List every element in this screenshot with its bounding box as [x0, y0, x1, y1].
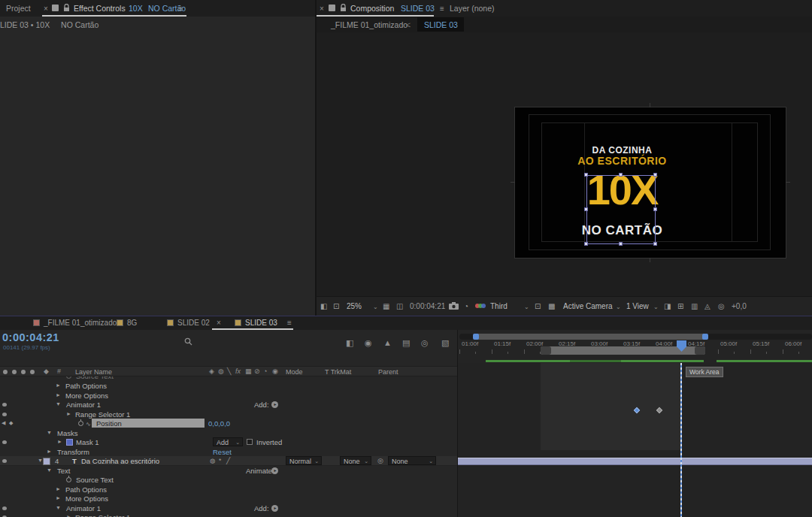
current-time-field[interactable]: 0:00:04:21	[2, 331, 59, 343]
selected-property-bar[interactable]: Position	[92, 419, 205, 428]
twirl-icon[interactable]: ►	[56, 382, 61, 388]
chevron-down-icon[interactable]: ⌄	[524, 304, 529, 310]
selection-handle[interactable]	[653, 207, 657, 211]
stopwatch-icon[interactable]	[78, 421, 83, 426]
position-value[interactable]: 0,0,0,0	[208, 419, 230, 428]
property-label[interactable]: Text	[57, 467, 70, 475]
reset-exposure-icon[interactable]: ◎	[718, 302, 725, 310]
search-icon[interactable]	[184, 337, 192, 346]
lock-icon[interactable]	[340, 4, 347, 12]
close-icon[interactable]: ×	[320, 5, 324, 13]
panel-menu-icon[interactable]: ≡	[287, 319, 292, 327]
timeline-row-text[interactable]: ▼TextAnimate:	[0, 466, 457, 476]
parent-pickwhip-icon[interactable]: ◎	[377, 457, 383, 464]
tab-composition[interactable]: Composition	[350, 4, 394, 13]
mask-mode-dropdown[interactable]: Add⌄	[213, 437, 243, 446]
monitor-icon[interactable]: ⊡	[333, 302, 339, 310]
eye-toggle-icon[interactable]	[2, 413, 7, 416]
twirl-icon[interactable]: ►	[66, 411, 71, 416]
timeline-tab-2[interactable]: SLIDE 02	[177, 319, 210, 327]
panel-menu-icon[interactable]: ≡	[440, 5, 444, 13]
close-icon[interactable]: ×	[44, 5, 48, 13]
property-label[interactable]: Range Selector 1	[75, 513, 130, 517]
playhead-line[interactable]	[680, 363, 682, 517]
chevron-down-icon[interactable]: ⌄	[616, 304, 621, 310]
scrollbar-handle-right[interactable]	[702, 334, 708, 340]
breadcrumb-current-comp[interactable]: SLIDE 03	[417, 17, 464, 32]
camera-view-dropdown[interactable]: Active Camera	[563, 302, 613, 310]
collapse-switch-icon[interactable]: ◍	[218, 367, 224, 375]
timeline-row-transform[interactable]: ►TransformReset	[0, 447, 457, 457]
property-label[interactable]: Animator 1	[66, 504, 101, 512]
property-label[interactable]: Source Text	[76, 476, 114, 484]
timeline-tab-3[interactable]: SLIDE 03	[245, 319, 277, 327]
twirl-icon[interactable]: ▼	[56, 401, 61, 407]
selection-handle[interactable]	[584, 207, 588, 211]
tab-project[interactable]: Project	[6, 4, 31, 13]
timeline-button-icon[interactable]: ▥	[691, 302, 698, 310]
transparency-grid-icon[interactable]: ▩	[548, 302, 555, 310]
exposure-value[interactable]: +0,0	[732, 302, 747, 310]
timeline-row-da-cozinha-ao-escrit-rio[interactable]: ▼4TDa Cozinha ao escritório◍*╱Normal⌄Non…	[0, 456, 457, 466]
video-column-icon[interactable]	[3, 370, 8, 374]
add-button[interactable]	[271, 505, 278, 512]
comp-mini-flowchart-icon[interactable]: ◧	[346, 338, 353, 348]
twirl-icon[interactable]: ►	[57, 439, 62, 444]
frame-blend-switch-icon[interactable]: ▦	[245, 367, 252, 375]
show-snapshot-icon[interactable]: ◔	[464, 302, 468, 310]
audio-column-icon[interactable]	[12, 370, 17, 374]
show-channel-icon[interactable]	[481, 304, 486, 308]
timeline-row-range-selector-1[interactable]: ►Range Selector 1	[0, 512, 457, 517]
chevron-down-icon[interactable]: ⌄	[373, 304, 378, 310]
twirl-icon[interactable]: ▼	[56, 505, 61, 510]
chevron-down-icon[interactable]: ⌄	[653, 304, 659, 310]
fast-previews-icon[interactable]: ⊞	[677, 302, 683, 310]
property-label[interactable]: More Options	[65, 494, 108, 503]
property-label[interactable]: Path Options	[65, 485, 107, 494]
property-label[interactable]: Path Options	[65, 382, 107, 390]
timeline-scrollbar-thumb[interactable]	[474, 334, 707, 340]
number-column-icon[interactable]: #	[57, 367, 61, 375]
timeline-row-animator-1[interactable]: ▼Animator 1Add:	[0, 400, 457, 410]
solo-column-icon[interactable]	[21, 370, 26, 374]
motion-blur-icon[interactable]: ◎	[421, 338, 429, 348]
eye-toggle-icon[interactable]	[2, 459, 7, 463]
reset-link[interactable]: Reset	[213, 448, 232, 456]
tab-layer-viewer[interactable]: Layer (none)	[450, 4, 495, 13]
threed-switch-icon[interactable]: ◉	[272, 367, 278, 375]
property-label[interactable]: Transform	[57, 448, 89, 456]
stopwatch-icon[interactable]	[66, 376, 71, 379]
timeline-tab-0[interactable]: _FILME 01_otimizado	[44, 319, 117, 327]
rasterize-switch-icon[interactable]: *	[219, 457, 221, 464]
current-time-display[interactable]: 0:00:04:21	[410, 302, 445, 310]
motion-blur-switch-icon[interactable]: ⊘	[254, 367, 260, 375]
view-layout-dropdown[interactable]: 1 View	[626, 302, 649, 310]
panel-menu-icon[interactable]: ≡	[178, 5, 183, 13]
timeline-ruler-zone[interactable]: 01:00f01:15f02:00f02:15f03:00f03:15f04:0…	[457, 330, 812, 363]
resolution-dropdown[interactable]: Third	[490, 302, 508, 310]
twirl-icon[interactable]: ►	[56, 392, 61, 398]
scrollbar-handle-left[interactable]	[473, 334, 479, 340]
twirl-icon[interactable]: ►	[56, 495, 61, 500]
layer-color-swatch[interactable]	[43, 458, 50, 465]
timeline-row-more-options[interactable]: ►More Options	[0, 391, 457, 401]
keyframe-nav-diamond-icon[interactable]: ◆	[9, 420, 13, 426]
parent-dropdown[interactable]: None⌄	[388, 456, 436, 465]
add-button[interactable]	[271, 401, 278, 408]
work-area-start-handle[interactable]	[541, 346, 551, 355]
region-of-interest-icon[interactable]: ⊡	[535, 302, 541, 310]
layer-duration-bar[interactable]	[458, 458, 812, 465]
lock-column-icon[interactable]	[30, 370, 35, 374]
always-preview-icon[interactable]: ◧	[320, 302, 327, 310]
graph-editor-icon[interactable]: ▧	[441, 338, 449, 348]
frame-blending-icon[interactable]: ▤	[402, 338, 410, 348]
twirl-icon[interactable]: ▼	[47, 430, 52, 435]
timeline-row-range-selector-1[interactable]: ►Range Selector 1	[0, 410, 457, 419]
twirl-icon[interactable]: ►	[47, 449, 52, 454]
mask-color-swatch[interactable]	[66, 439, 73, 446]
timeline-row-source-text[interactable]: Source Text	[0, 475, 457, 485]
label-column-icon[interactable]: ◆	[44, 367, 49, 375]
selection-handle[interactable]	[653, 173, 657, 177]
timeline-row-position[interactable]: ◀◆∿Position0,0,0,0	[0, 419, 457, 428]
twirl-icon[interactable]: ►	[66, 514, 71, 517]
